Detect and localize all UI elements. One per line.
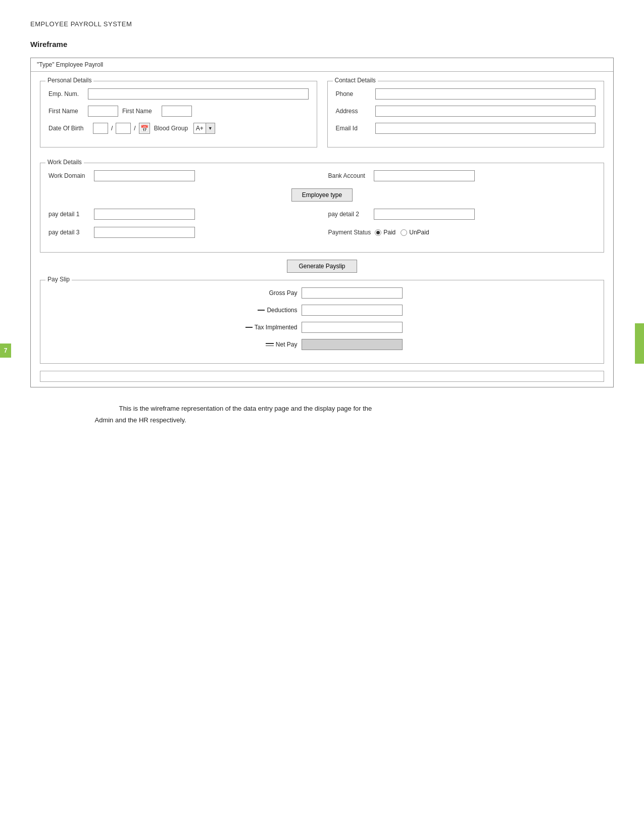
dob-row: Date Of Birth / / 📅 Blood Group A+ ▼ xyxy=(48,123,309,134)
deductions-input[interactable] xyxy=(302,305,403,316)
work-details-label: Work Details xyxy=(45,159,84,166)
emp-num-row: Emp. Num. xyxy=(48,88,309,100)
deductions-row: Deductions xyxy=(48,305,596,316)
deductions-label-group: Deductions xyxy=(242,307,298,314)
wireframe-container: "Type" Employee Payroll Personal Details… xyxy=(30,58,614,387)
paid-label: Paid xyxy=(383,229,395,236)
net-pay-row: Net Pay xyxy=(48,339,596,350)
net-pay-label-group: Net Pay xyxy=(242,341,298,348)
dob-inputs: / / 📅 xyxy=(93,123,150,134)
pay-detail-3-item: pay detail 3 xyxy=(48,227,316,238)
pay-detail-3-payment-row: pay detail 3 Payment Status Paid UnPaid xyxy=(48,227,596,238)
pay-detail-3-label: pay detail 3 xyxy=(48,229,90,236)
payment-status-radio-group: Paid UnPaid xyxy=(375,229,429,236)
dob-slash-1: / xyxy=(111,125,113,132)
work-domain-input[interactable] xyxy=(94,170,195,181)
unpaid-label: UnPaid xyxy=(409,229,429,236)
paid-radio-circle[interactable] xyxy=(375,229,381,236)
personal-details-group: Personal Details Emp. Num. First Name Fi… xyxy=(40,81,317,148)
work-domain-bank-row: Work Domain Bank Account xyxy=(48,170,596,181)
deductions-minus-icon xyxy=(258,310,265,311)
pay-detail-2-item: pay detail 2 xyxy=(328,209,596,220)
emp-num-input[interactable] xyxy=(88,88,309,100)
first-name-row: First Name First Name xyxy=(48,106,309,117)
phone-input[interactable] xyxy=(375,88,596,100)
blood-group-label: Blood Group xyxy=(154,125,189,132)
bank-account-input[interactable] xyxy=(374,170,475,181)
net-pay-input[interactable] xyxy=(302,339,403,350)
unpaid-radio-circle[interactable] xyxy=(401,229,407,236)
net-pay-label: Net Pay xyxy=(276,341,298,348)
email-row: Email Id xyxy=(336,123,596,134)
paid-radio-item[interactable]: Paid xyxy=(375,229,395,236)
right-accent-bar xyxy=(635,323,644,364)
work-domain-label: Work Domain xyxy=(48,172,90,179)
description-line2: Admin and the HR respectively. xyxy=(95,414,550,426)
section-heading: Wireframe xyxy=(30,40,614,48)
dob-slash-2: / xyxy=(134,125,135,132)
phone-label: Phone xyxy=(336,90,371,97)
payment-status-item: Payment Status Paid UnPaid xyxy=(328,229,596,236)
description-line1: This is the wireframe representation of … xyxy=(95,403,550,414)
pay-detail-3-input[interactable] xyxy=(94,227,195,238)
pay-detail-1-2-row: pay detail 1 pay detail 2 xyxy=(48,209,596,220)
phone-row: Phone xyxy=(336,88,596,100)
contact-details-label: Contact Details xyxy=(333,77,378,84)
pay-detail-2-label: pay detail 2 xyxy=(328,211,370,218)
personal-contact-row: Personal Details Emp. Num. First Name Fi… xyxy=(40,81,604,156)
first-name-label: First Name xyxy=(48,108,84,115)
address-row: Address xyxy=(336,106,596,117)
bank-account-item: Bank Account xyxy=(328,170,596,181)
pay-detail-1-label: pay detail 1 xyxy=(48,211,90,218)
employee-type-button[interactable]: Employee type xyxy=(291,188,353,202)
type-header: "Type" Employee Payroll xyxy=(31,58,613,72)
pay-detail-2-input[interactable] xyxy=(374,209,475,220)
address-label: Address xyxy=(336,108,371,115)
dob-day-input[interactable] xyxy=(93,123,108,134)
personal-details-label: Personal Details xyxy=(45,77,93,84)
page-title: EMPLOYEE PAYROLL SYSTEM xyxy=(30,20,614,28)
gross-pay-input[interactable] xyxy=(302,287,403,299)
blood-group-value: A+ xyxy=(194,125,206,132)
gross-pay-label: Gross Pay xyxy=(242,289,298,297)
deductions-label: Deductions xyxy=(267,307,297,314)
pay-detail-1-item: pay detail 1 xyxy=(48,209,316,220)
dob-month-input[interactable] xyxy=(116,123,131,134)
pay-detail-1-input[interactable] xyxy=(94,209,195,220)
tax-minus-icon xyxy=(245,327,253,328)
tax-input[interactable] xyxy=(302,322,403,333)
blood-group-select[interactable]: A+ ▼ xyxy=(193,123,215,134)
unpaid-radio-item[interactable]: UnPaid xyxy=(401,229,429,236)
work-details-group: Work Details Work Domain Bank Account Em… xyxy=(40,163,604,253)
page-number: 7 xyxy=(0,344,11,358)
address-input[interactable] xyxy=(375,106,596,117)
select-arrow-icon[interactable]: ▼ xyxy=(206,123,215,133)
email-label: Email Id xyxy=(336,125,371,132)
first-name-placeholder: First Name xyxy=(122,108,158,115)
first-name-input-2[interactable] xyxy=(162,106,192,117)
gross-pay-row: Gross Pay xyxy=(48,287,596,299)
tax-label-group: Tax Implmented xyxy=(242,324,298,331)
tax-row: Tax Implmented xyxy=(48,322,596,333)
email-input[interactable] xyxy=(375,123,596,134)
calendar-icon[interactable]: 📅 xyxy=(139,123,150,134)
dob-label: Date Of Birth xyxy=(48,125,89,132)
net-pay-lines-icon xyxy=(266,343,274,346)
bank-account-label: Bank Account xyxy=(328,172,370,179)
payment-status-label: Payment Status xyxy=(328,229,371,236)
generate-payslip-button[interactable]: Generate Payslip xyxy=(287,260,357,273)
first-name-input-1[interactable] xyxy=(88,106,118,117)
pay-slip-section: Pay Slip Gross Pay Deductions Tax Implme… xyxy=(40,280,604,364)
bottom-bar xyxy=(40,371,604,382)
work-domain-item: Work Domain xyxy=(48,170,316,181)
employee-type-row: Employee type xyxy=(48,188,596,202)
contact-details-group: Contact Details Phone Address Email Id xyxy=(327,81,605,148)
tax-label: Tax Implmented xyxy=(255,324,298,331)
pay-slip-label: Pay Slip xyxy=(45,276,72,283)
emp-num-label: Emp. Num. xyxy=(48,90,84,97)
generate-payslip-row: Generate Payslip xyxy=(40,260,604,273)
